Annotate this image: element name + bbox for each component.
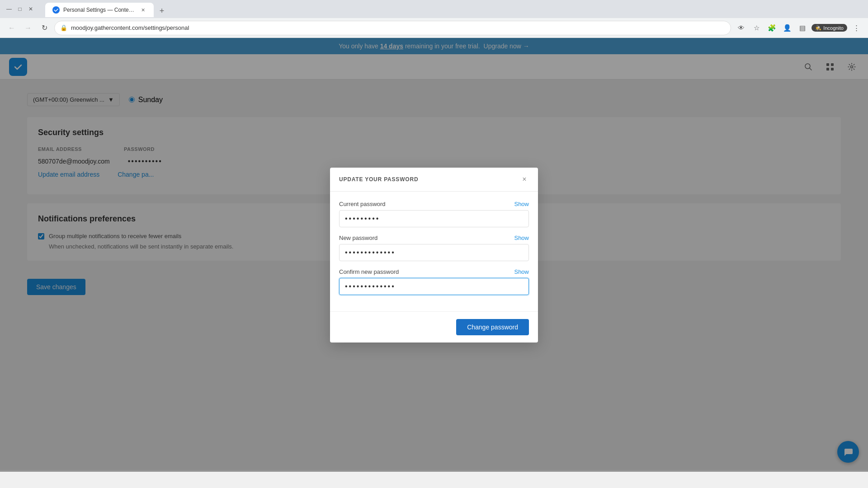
change-password-button[interactable]: Change password xyxy=(456,319,529,335)
current-password-label: Current password xyxy=(339,201,386,207)
maximize-button[interactable]: □ xyxy=(16,5,24,13)
new-password-show-button[interactable]: Show xyxy=(514,235,529,241)
address-text: moodjoy.gathercontent.com/settings/perso… xyxy=(71,24,725,31)
update-password-modal: UPDATE YOUR PASSWORD × Current password … xyxy=(330,168,538,343)
titlebar: — □ ✕ Personal Settings — Content W ✕ + xyxy=(0,0,868,18)
modal-close-button[interactable]: × xyxy=(520,175,529,184)
incognito-label: Incognito xyxy=(823,25,844,31)
bookmark-icon[interactable]: ☆ xyxy=(750,22,763,34)
confirm-password-show-button[interactable]: Show xyxy=(514,268,529,275)
modal-body: Current password Show New password Show xyxy=(330,192,538,311)
browser-navbar: ← → ↻ 🔒 moodjoy.gathercontent.com/settin… xyxy=(0,18,868,38)
confirm-password-group: Confirm new password Show xyxy=(339,268,529,295)
window-controls: — □ ✕ xyxy=(5,5,34,13)
back-button[interactable]: ← xyxy=(5,22,18,34)
sidebar-icon[interactable]: ▤ xyxy=(796,22,809,34)
eye-off-icon[interactable]: 👁 xyxy=(735,22,747,34)
new-password-label: New password xyxy=(339,235,377,241)
active-tab[interactable]: Personal Settings — Content W ✕ xyxy=(45,3,154,17)
lock-icon: 🔒 xyxy=(60,24,67,31)
tab-bar: Personal Settings — Content W ✕ + xyxy=(42,1,863,17)
confirm-password-label-row: Confirm new password Show xyxy=(339,268,529,275)
page-content: You only have 14 days remaining in your … xyxy=(0,38,868,472)
confirm-password-input[interactable] xyxy=(339,278,529,295)
menu-icon[interactable]: ⋮ xyxy=(850,22,863,34)
modal-header: UPDATE YOUR PASSWORD × xyxy=(330,168,538,192)
modal-footer: Change password xyxy=(330,311,538,343)
nav-actions: 👁 ☆ 🧩 👤 ▤ 🕵 Incognito ⋮ xyxy=(735,22,863,34)
new-tab-button[interactable]: + xyxy=(156,5,168,17)
current-password-show-button[interactable]: Show xyxy=(514,201,529,207)
minimize-button[interactable]: — xyxy=(5,5,13,13)
modal-title: UPDATE YOUR PASSWORD xyxy=(339,176,418,183)
new-password-input[interactable] xyxy=(339,244,529,261)
refresh-button[interactable]: ↻ xyxy=(38,22,51,34)
current-password-group: Current password Show xyxy=(339,201,529,227)
current-password-input[interactable] xyxy=(339,210,529,227)
incognito-badge: 🕵 Incognito xyxy=(811,24,847,32)
incognito-icon: 🕵 xyxy=(815,25,821,31)
tab-favicon xyxy=(52,6,60,14)
forward-button[interactable]: → xyxy=(22,22,34,34)
current-password-label-row: Current password Show xyxy=(339,201,529,207)
tab-title: Personal Settings — Content W xyxy=(63,7,136,13)
profile-icon[interactable]: 👤 xyxy=(781,22,793,34)
confirm-password-label: Confirm new password xyxy=(339,268,399,275)
modal-overlay: UPDATE YOUR PASSWORD × Current password … xyxy=(0,38,868,472)
new-password-group: New password Show xyxy=(339,235,529,261)
extension-icon[interactable]: 🧩 xyxy=(765,22,778,34)
close-button[interactable]: ✕ xyxy=(27,5,34,13)
address-bar[interactable]: 🔒 moodjoy.gathercontent.com/settings/per… xyxy=(54,21,731,35)
tab-close-button[interactable]: ✕ xyxy=(139,6,146,14)
new-password-label-row: New password Show xyxy=(339,235,529,241)
